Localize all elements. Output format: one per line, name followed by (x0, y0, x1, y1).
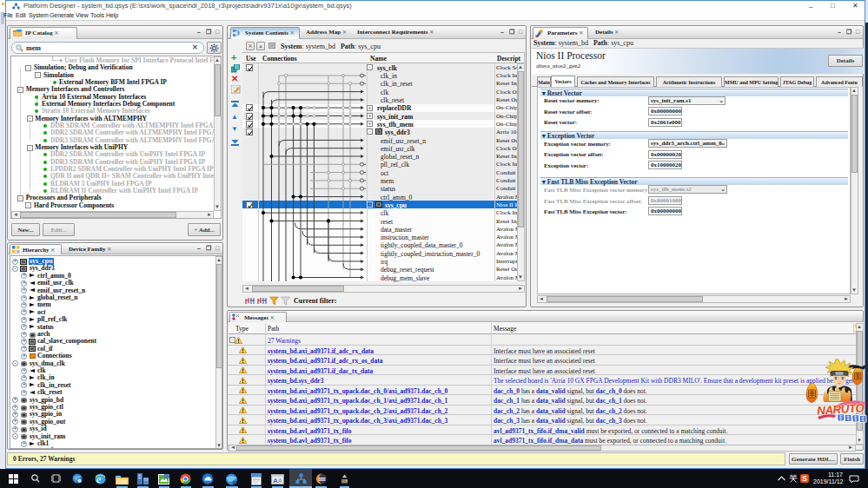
svg-text:S: S (802, 474, 807, 483)
svg-text:A: A (278, 478, 282, 484)
